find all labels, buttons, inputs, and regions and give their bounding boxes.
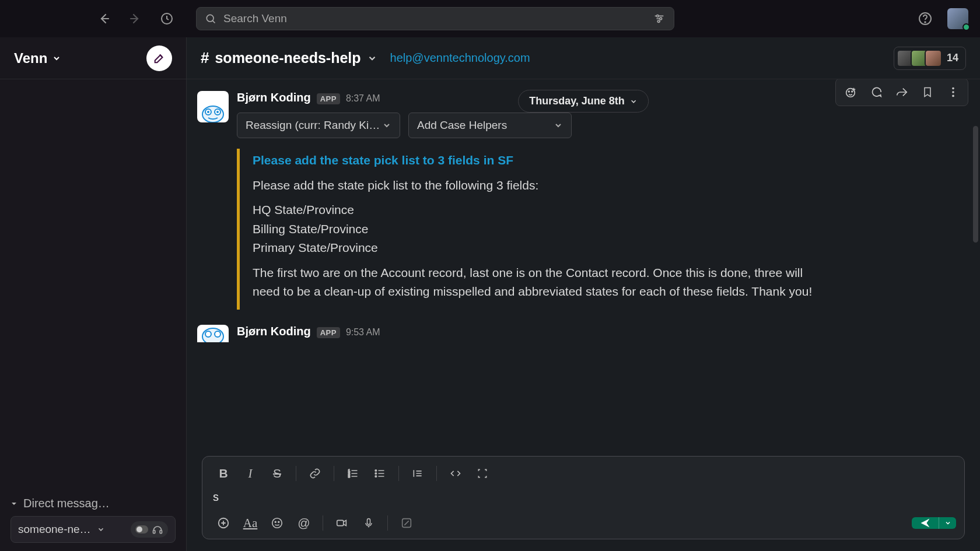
codeblock-button[interactable] bbox=[470, 462, 495, 485]
composer-input[interactable]: s bbox=[211, 485, 956, 512]
svg-point-12 bbox=[952, 87, 954, 90]
workspace-name: Venn bbox=[14, 50, 47, 66]
svg-rect-34 bbox=[368, 519, 370, 525]
content-pane: # someone-needs-help help@venntechnology… bbox=[187, 37, 980, 551]
svg-point-6 bbox=[925, 22, 926, 23]
chevron-down-icon bbox=[367, 53, 377, 64]
chevron-down-icon bbox=[97, 525, 105, 534]
workspace-header[interactable]: Venn bbox=[0, 37, 186, 79]
app-badge: APP bbox=[317, 93, 340, 104]
message: Bjørn Koding APP 8:37 AM Reassign (curr:… bbox=[187, 79, 980, 315]
svg-rect-8 bbox=[160, 531, 162, 534]
quote-note: The first two are on the Account record,… bbox=[253, 264, 826, 301]
svg-point-15 bbox=[202, 106, 223, 122]
svg-point-31 bbox=[275, 521, 276, 522]
svg-point-21 bbox=[205, 331, 211, 337]
forward-button[interactable] bbox=[125, 8, 146, 29]
link-button[interactable] bbox=[302, 462, 328, 485]
channel-topic[interactable]: help@venntechnology.com bbox=[390, 51, 530, 65]
message-time: 8:37 AM bbox=[346, 93, 380, 104]
chevron-down-icon bbox=[554, 121, 563, 130]
presence-indicator bbox=[963, 23, 970, 31]
member-count-button[interactable]: 14 bbox=[894, 47, 966, 70]
search-input[interactable]: Search Venn bbox=[196, 7, 674, 30]
huddle-toggle[interactable] bbox=[135, 525, 148, 534]
chevron-down-icon bbox=[629, 97, 638, 106]
message-time: 9:53 AM bbox=[346, 327, 380, 338]
hash-icon: # bbox=[201, 49, 209, 67]
bullet-list-button[interactable] bbox=[367, 462, 393, 485]
ordered-list-button[interactable]: 123 bbox=[340, 462, 366, 485]
dm-item[interactable]: someone-ne… bbox=[10, 516, 176, 543]
thread-button[interactable] bbox=[864, 81, 888, 103]
quote-title[interactable]: Please add the state pick list to 3 fiel… bbox=[253, 151, 826, 170]
channel-title[interactable]: # someone-needs-help bbox=[201, 49, 377, 67]
quote-field: HQ State/Province bbox=[253, 203, 354, 216]
svg-point-11 bbox=[852, 91, 853, 92]
huddle-controls[interactable] bbox=[131, 521, 168, 538]
svg-point-1 bbox=[206, 15, 214, 22]
compose-button[interactable] bbox=[146, 45, 172, 71]
emoji-button[interactable] bbox=[264, 512, 290, 534]
message-author[interactable]: Bjørn Koding bbox=[237, 325, 311, 338]
scrollbar[interactable] bbox=[973, 126, 978, 243]
italic-button[interactable]: I bbox=[237, 462, 263, 485]
caret-down-icon bbox=[10, 500, 18, 507]
format-toolbar: B I S 123 bbox=[211, 462, 956, 485]
shortcuts-button[interactable] bbox=[394, 512, 419, 534]
quote-field: Primary State/Province bbox=[253, 241, 378, 254]
share-button[interactable] bbox=[890, 81, 914, 103]
dm-section-header[interactable]: Direct messag… bbox=[10, 497, 176, 510]
sidebar-body bbox=[0, 79, 186, 491]
message-list: Thursday, June 8th Bjørn Koding APP 8:37… bbox=[187, 79, 980, 456]
message-avatar[interactable] bbox=[197, 325, 229, 342]
send-button[interactable] bbox=[912, 517, 939, 529]
svg-point-32 bbox=[278, 521, 279, 522]
history-nav bbox=[93, 8, 177, 29]
video-button[interactable] bbox=[329, 512, 355, 534]
svg-text:3: 3 bbox=[348, 475, 350, 478]
mention-button[interactable]: @ bbox=[291, 512, 317, 534]
topbar: Search Venn bbox=[0, 0, 980, 37]
bookmark-button[interactable] bbox=[915, 81, 940, 103]
history-button[interactable] bbox=[156, 8, 177, 29]
dm-item-label: someone-ne… bbox=[18, 523, 91, 536]
svg-rect-33 bbox=[337, 520, 344, 525]
add-reaction-button[interactable] bbox=[838, 81, 863, 103]
back-button[interactable] bbox=[93, 8, 114, 29]
reassign-select[interactable]: Reassign (curr: Randy Ki… bbox=[237, 113, 400, 138]
strike-button[interactable]: S bbox=[264, 462, 290, 485]
code-button[interactable] bbox=[443, 462, 468, 485]
svg-point-30 bbox=[272, 518, 282, 528]
more-actions-button[interactable] bbox=[941, 81, 965, 103]
bold-button[interactable]: B bbox=[211, 462, 236, 485]
user-avatar[interactable] bbox=[947, 8, 968, 29]
search-placeholder: Search Venn bbox=[223, 12, 287, 25]
format-toggle-button[interactable]: Aa bbox=[237, 512, 263, 534]
date-divider[interactable]: Thursday, June 8th bbox=[518, 90, 649, 113]
svg-point-3 bbox=[660, 17, 662, 20]
help-button[interactable] bbox=[915, 8, 936, 29]
svg-point-27 bbox=[375, 473, 377, 475]
divider bbox=[323, 515, 323, 531]
svg-point-13 bbox=[952, 91, 954, 93]
message-avatar[interactable] bbox=[197, 91, 229, 122]
app-badge: APP bbox=[317, 327, 340, 338]
channel-name: someone-needs-help bbox=[215, 50, 360, 66]
svg-point-10 bbox=[848, 91, 849, 92]
add-helpers-select[interactable]: Add Case Helpers bbox=[408, 113, 572, 138]
attach-button[interactable] bbox=[211, 512, 236, 534]
blockquote-button[interactable] bbox=[405, 462, 430, 485]
send-options-button[interactable] bbox=[939, 517, 956, 529]
search-filter-icon[interactable] bbox=[653, 12, 666, 25]
divider bbox=[334, 466, 334, 481]
headphones-icon bbox=[152, 524, 163, 535]
composer: B I S 123 bbox=[202, 456, 965, 539]
svg-point-26 bbox=[375, 470, 377, 472]
audio-button[interactable] bbox=[356, 512, 382, 534]
composer-wrap: B I S 123 bbox=[187, 456, 980, 551]
message-hover-toolbar bbox=[835, 79, 968, 106]
quoted-attachment: Please add the state pick list to 3 fiel… bbox=[237, 149, 826, 310]
message-author[interactable]: Bjørn Koding bbox=[237, 91, 311, 104]
add-helpers-label: Add Case Helpers bbox=[417, 119, 507, 132]
